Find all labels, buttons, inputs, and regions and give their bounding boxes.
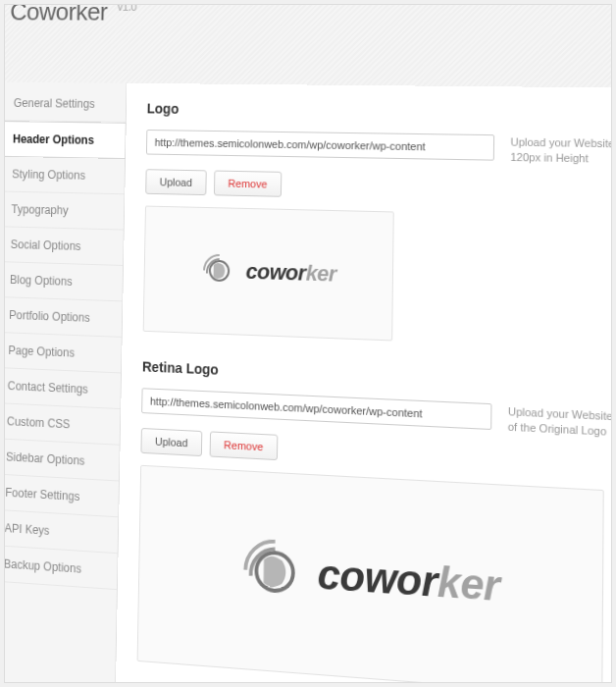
logo-text: coworker: [317, 550, 499, 610]
sidebar-item-typography[interactable]: TTypography: [4, 191, 124, 231]
upload-button[interactable]: Upload: [145, 169, 206, 195]
sidebar-item-label: General Settings: [14, 96, 95, 111]
sidebar-item-label: Social Options: [11, 238, 81, 253]
header-icon: ▦: [4, 132, 6, 147]
sidebar-item-label: Page Options: [8, 344, 75, 359]
main-panel: Save Logo Upload your Website Logo. Max …: [116, 83, 612, 683]
sidebar-item-label: Blog Options: [10, 273, 73, 289]
logo-preview: coworker: [143, 205, 394, 341]
logo-preview: coworker: [137, 464, 604, 683]
sidebar-item-label: Header Options: [13, 132, 94, 147]
sidebar-item-label: Footer Settings: [5, 486, 79, 503]
logo-url-input[interactable]: [141, 388, 491, 430]
section-title: Logo: [147, 101, 612, 126]
sidebar-item-label: Backup Options: [4, 557, 81, 576]
section-logo: Logo Upload your Website Logo. Max Width…: [143, 101, 612, 359]
sidebar-item-general-settings[interactable]: ⚙General Settings: [4, 85, 126, 123]
sidebar-item-blog-options[interactable]: ✎Blog Options: [4, 261, 123, 301]
sidebar-item-label: Custom CSS: [7, 414, 71, 431]
sidebar-item-label: API Keys: [4, 521, 49, 538]
sidebar-item-label: Sidebar Options: [6, 450, 85, 468]
field-hint: Upload your Website Logo. Max Width and …: [510, 134, 612, 170]
logo-text: coworker: [246, 259, 337, 288]
page-title: Coworker v1.0: [10, 4, 612, 28]
general-icon: ⚙: [4, 95, 7, 111]
sidebar-item-contact-settings[interactable]: Contact Settings: [4, 367, 121, 409]
sidebar-item-label: Contact Settings: [8, 379, 88, 396]
section-retina-logo: Retina Logo Upload your Website Retina L…: [137, 358, 612, 683]
sidebar-item-styling-options[interactable]: ✎Styling Options: [4, 156, 125, 194]
remove-button[interactable]: Remove: [209, 431, 278, 460]
sidebar-item-header-options[interactable]: ▦Header Options: [4, 121, 127, 159]
sidebar-item-custom-css[interactable]: Custom CSS: [4, 402, 120, 446]
field-hint: Upload your Website Retina Logo. Double …: [508, 404, 612, 448]
sidebar-item-label: Styling Options: [12, 168, 85, 183]
sidebar-item-portfolio-options[interactable]: ▦Portfolio Options: [4, 296, 122, 338]
sidebar: ⚙General Settings▦Header Options✎Styling…: [4, 81, 127, 683]
sidebar-item-label: Portfolio Options: [9, 308, 90, 325]
sidebar-item-sidebar-options[interactable]: Sidebar Options: [4, 438, 120, 481]
sidebar-item-label: Typography: [11, 202, 68, 217]
styling-icon: ✎: [4, 166, 5, 182]
app-version: v1.0: [118, 4, 137, 14]
sidebar-item-social-options[interactable]: fSocial Options: [4, 227, 124, 266]
upload-button[interactable]: Upload: [140, 428, 202, 456]
sidebar-item-page-options[interactable]: ▤Page Options: [4, 332, 122, 373]
app-name: Coworker: [10, 4, 108, 26]
logo-url-input[interactable]: [146, 130, 494, 161]
remove-button[interactable]: Remove: [214, 170, 282, 196]
